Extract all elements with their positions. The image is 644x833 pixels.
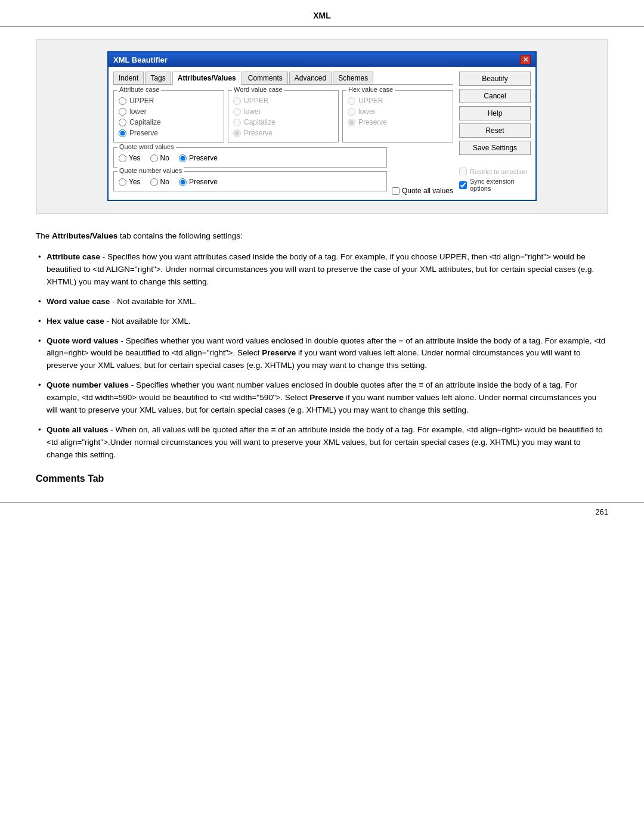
- hex-preserve-radio: Preserve: [348, 118, 448, 126]
- qnv-yes-radio[interactable]: Yes: [119, 178, 141, 186]
- tab-advanced[interactable]: Advanced: [289, 72, 332, 84]
- sync-extension-options[interactable]: Sync extension options: [459, 178, 531, 192]
- quote-word-values-box: Quote word values Yes No: [113, 147, 387, 168]
- hex-lower-radio: lower: [348, 107, 448, 116]
- attr-capitalize-radio[interactable]: Capitalize: [119, 118, 219, 126]
- screenshot-area: XML Beautifier ✕ Indent Tags Attributes/…: [36, 39, 608, 213]
- xml-window: XML Beautifier ✕ Indent Tags Attributes/…: [107, 51, 537, 201]
- close-button[interactable]: ✕: [520, 55, 531, 64]
- hex-upper-radio: UPPER: [348, 97, 448, 105]
- word-upper-radio: UPPER: [233, 97, 333, 105]
- qnv-no-radio[interactable]: No: [150, 178, 169, 186]
- tab-indent[interactable]: Indent: [113, 72, 144, 84]
- quote-all-values-checkbox[interactable]: Quote all values: [392, 187, 453, 195]
- word-value-case-legend: Word value case: [232, 86, 284, 93]
- attr-upper-radio[interactable]: UPPER: [119, 97, 219, 105]
- attr-preserve-radio[interactable]: Preserve: [119, 129, 219, 137]
- save-settings-button[interactable]: Save Settings: [459, 141, 531, 155]
- hex-value-case-legend: Hex value case: [346, 86, 395, 93]
- quote-number-values-box: Quote number values Yes No: [113, 171, 387, 191]
- bullet-attribute-case: Attribute case - Specifies how you want …: [36, 251, 608, 289]
- tab-attributes-values[interactable]: Attributes/Values: [172, 72, 242, 85]
- xml-titlebar: XML Beautifier ✕: [109, 52, 535, 67]
- help-button[interactable]: Help: [459, 106, 531, 120]
- tab-comments[interactable]: Comments: [243, 72, 288, 84]
- page-footer: 261: [0, 502, 644, 528]
- page-number: 261: [595, 507, 608, 516]
- bullet-quote-word-values: Quote word values - Specifies whether yo…: [36, 335, 608, 373]
- bullet-list: Attribute case - Specifies how you want …: [36, 251, 608, 462]
- comments-tab-heading: Comments Tab: [36, 473, 608, 484]
- restrict-to-selection: Restrict to selection: [459, 168, 531, 175]
- bullet-quote-all-values: Quote all values - When on, all values w…: [36, 424, 608, 462]
- attr-lower-radio[interactable]: lower: [119, 107, 219, 116]
- bullet-quote-number-values: Quote number values - Specifies whether …: [36, 379, 608, 417]
- bullet-word-value-case: Word value case - Not available for XML.: [36, 296, 608, 308]
- attribute-case-legend: Attribute case: [117, 86, 161, 93]
- tab-schemes[interactable]: Schemes: [333, 72, 373, 84]
- qnv-preserve-radio[interactable]: Preserve: [179, 178, 218, 186]
- reset-button[interactable]: Reset: [459, 123, 531, 138]
- word-capitalize-radio: Capitalize: [233, 118, 333, 126]
- dialog-title: XML Beautifier: [113, 55, 168, 64]
- word-lower-radio: lower: [233, 107, 333, 116]
- page-header: XML: [0, 0, 644, 27]
- attribute-case-box: Attribute case UPPER lower Capitalize: [113, 90, 224, 143]
- qwv-preserve-radio[interactable]: Preserve: [179, 154, 218, 162]
- cancel-button[interactable]: Cancel: [459, 89, 531, 103]
- beautify-button[interactable]: Beautify: [459, 72, 531, 86]
- intro-text: The Attributes/Values tab contains the f…: [36, 230, 608, 243]
- word-value-case-box: Word value case UPPER lower Capitalize: [228, 90, 339, 143]
- hex-value-case-box: Hex value case UPPER lower Preserve: [342, 90, 453, 143]
- tab-tags[interactable]: Tags: [145, 72, 171, 84]
- quote-word-legend: Quote word values: [117, 143, 176, 150]
- qwv-yes-radio[interactable]: Yes: [119, 154, 141, 162]
- word-preserve-radio: Preserve: [233, 129, 333, 137]
- quote-number-legend: Quote number values: [117, 167, 184, 174]
- tab-bar: Indent Tags Attributes/Values Comments A…: [113, 72, 453, 85]
- bullet-hex-value-case: Hex value case - Not available for XML.: [36, 315, 608, 328]
- qwv-no-radio[interactable]: No: [150, 154, 169, 162]
